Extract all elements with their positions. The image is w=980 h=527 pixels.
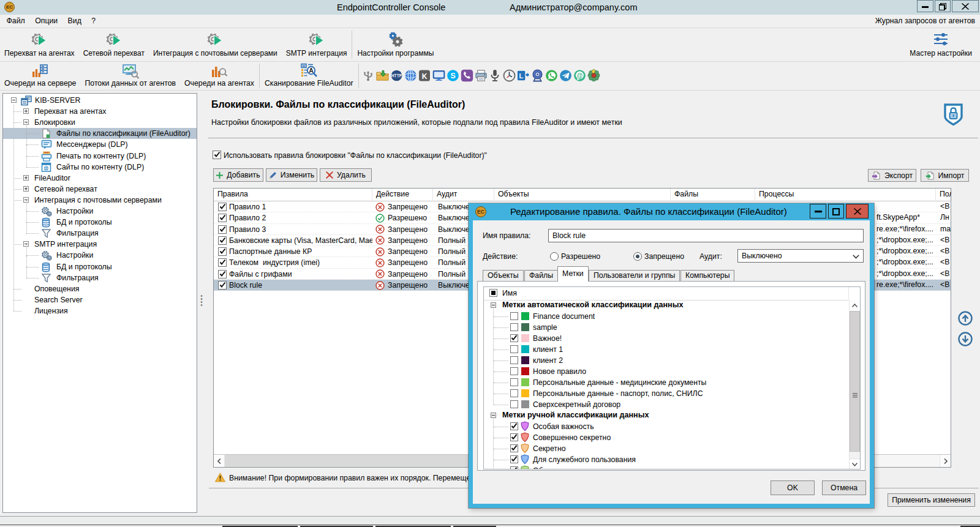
audit-select[interactable]: Выключено [737, 249, 864, 263]
label-item-row[interactable]: Новое правило [484, 366, 849, 377]
label-checkbox[interactable] [510, 466, 518, 469]
tree-item-14[interactable]: Настройки [3, 250, 197, 261]
tab-5[interactable]: Компьютеры [680, 270, 734, 282]
label-item-row[interactable]: Персональные данные - паспорт, полис, СН… [484, 388, 849, 399]
collapse-icon[interactable] [491, 413, 496, 418]
tree-item-9[interactable]: Интеграция с почтовыми серверами [3, 195, 197, 206]
tab-4[interactable]: Пользователи и группы [589, 270, 680, 282]
toolbar-button-server-queue[interactable]: Очереди на сервере [0, 62, 80, 90]
label-item-row[interactable]: Совершенно секретно [484, 432, 849, 443]
column-header-7[interactable]: Пол [936, 189, 952, 200]
column-header-4[interactable]: Объекты [494, 189, 671, 200]
menu-item-help[interactable]: ? [88, 15, 100, 28]
rule-enabled-checkbox[interactable] [218, 270, 227, 278]
rule-name-input[interactable]: Block rule [548, 229, 864, 242]
label-checkbox[interactable] [510, 323, 518, 331]
label-checkbox[interactable] [510, 422, 518, 430]
tree-item-8[interactable]: Сетевой перехват [3, 184, 197, 195]
rule-enabled-checkbox[interactable] [218, 236, 227, 245]
tree-item-19[interactable]: Лицензия [3, 305, 197, 316]
label-item-row[interactable]: Сверхсекретный договор [484, 399, 849, 410]
move-up-button[interactable] [957, 310, 973, 326]
label-checkbox[interactable] [510, 389, 518, 397]
label-checkbox[interactable] [510, 312, 518, 320]
label-checkbox[interactable] [510, 433, 518, 441]
export-button[interactable]: Экспорт [868, 169, 916, 182]
rule-enabled-checkbox[interactable] [218, 203, 227, 211]
label-item-row[interactable]: Персональные данные - медицинские докуме… [484, 377, 849, 388]
column-header-3[interactable]: Аудит [433, 189, 494, 200]
rule-enabled-checkbox[interactable] [218, 214, 227, 222]
tree-item-4[interactable]: Мессенджеры (DLP) [3, 139, 197, 150]
dialog-maximize-button[interactable] [828, 204, 844, 219]
expand-icon[interactable] [23, 108, 29, 114]
tree-item-16[interactable]: Фильтрация [3, 272, 197, 283]
delete-rule-button[interactable]: Удалить [320, 168, 372, 182]
label-item-row[interactable]: sample [484, 322, 849, 333]
rule-enabled-checkbox[interactable] [218, 281, 227, 290]
column-header-1[interactable]: Правила [214, 189, 372, 200]
cancel-button[interactable]: Отмена [822, 480, 866, 495]
tree-item-5[interactable]: Печать по контенту (DLP) [3, 151, 197, 162]
tree-item-3[interactable]: Файлы по классификации (FileAuditor) [3, 128, 197, 139]
dialog-minimize-button[interactable] [810, 204, 826, 219]
label-checkbox[interactable] [510, 378, 518, 386]
label-group-row[interactable]: Метки ручной классификации данных [484, 410, 849, 421]
label-checkbox[interactable] [510, 345, 518, 353]
edit-rule-button[interactable]: Изменить [266, 168, 317, 182]
move-down-button[interactable] [957, 331, 973, 347]
label-item-row[interactable]: клиент 2 [484, 355, 849, 366]
toolbar-button-1[interactable]: Перехват на агентах [0, 28, 79, 61]
labels-list-header[interactable]: Имя [484, 287, 860, 301]
label-item-row[interactable]: клиент 1 [484, 344, 849, 355]
toolbar-button-2[interactable]: Сетевой перехват [79, 28, 149, 61]
label-checkbox[interactable] [510, 400, 518, 408]
toolbar-button-4[interactable]: SMTP интеграция [282, 28, 352, 61]
tree-item-0[interactable]: KIB-SERVER [3, 95, 197, 106]
toolbar-button-agent-queue[interactable]: Очереди на агентах [180, 62, 258, 90]
action-allow-label[interactable]: Разрешено [561, 252, 600, 261]
tree-item-12[interactable]: Фильтрация [3, 228, 197, 239]
ok-button[interactable]: OK [771, 480, 815, 495]
action-deny-label[interactable]: Запрещено [644, 252, 684, 261]
tree-item-6[interactable]: Сайты по контенту (DLP) [3, 162, 197, 173]
settings-wizard-button[interactable]: Мастер настройки [905, 28, 976, 61]
labels-scroll-down-button[interactable] [850, 458, 860, 469]
collapse-icon[interactable] [491, 302, 496, 308]
rule-enabled-checkbox[interactable] [218, 225, 227, 234]
scroll-right-button[interactable] [940, 455, 951, 467]
label-checkbox[interactable] [510, 334, 518, 342]
label-item-row[interactable]: Особая важность [484, 421, 849, 432]
rule-enabled-checkbox[interactable] [218, 258, 227, 267]
label-checkbox[interactable] [510, 444, 518, 452]
label-item-row[interactable]: Об [484, 465, 849, 469]
label-item-row[interactable]: Секретно [484, 443, 849, 454]
collapse-icon[interactable] [11, 97, 17, 103]
add-rule-button[interactable]: Добавить [213, 168, 263, 182]
tree-item-18[interactable]: Search Server [3, 294, 197, 305]
labels-vertical-scrollbar[interactable] [849, 300, 860, 469]
expand-icon[interactable] [23, 186, 29, 192]
labels-scroll-up-button[interactable] [850, 300, 860, 312]
use-rules-checkbox[interactable] [213, 151, 221, 159]
maximize-button[interactable] [935, 0, 951, 12]
toolbar-button-3[interactable]: Интеграция с почтовыми серверами [149, 28, 282, 61]
tree-item-7[interactable]: FileAuditor [3, 173, 197, 184]
tree-item-17[interactable]: Оповещения [3, 283, 197, 294]
scroll-left-button[interactable] [214, 455, 225, 467]
select-all-checkbox[interactable] [489, 289, 497, 297]
toolbar-button-5[interactable]: Настройки программы [353, 28, 438, 61]
label-checkbox[interactable] [510, 356, 518, 364]
tree-item-2[interactable]: Блокировки [3, 117, 197, 128]
labels-scrollbar-thumb[interactable] [850, 311, 860, 452]
label-item-row[interactable]: Finance document [484, 311, 849, 322]
column-header-5[interactable]: Файлы [671, 189, 755, 200]
tree-item-15[interactable]: БД и протоколы [3, 261, 197, 272]
label-checkbox[interactable] [510, 367, 518, 375]
splitter-handle[interactable]: •••• [200, 294, 203, 307]
toolbar-button-agent-flows[interactable]: Потоки данных от агентов [80, 62, 180, 90]
rule-enabled-checkbox[interactable] [218, 247, 227, 256]
minimize-button[interactable] [917, 0, 933, 12]
action-allow-radio[interactable] [550, 252, 559, 261]
toolbar-button-fileauditor-scan[interactable]: A Сканирование FileAuditor [260, 62, 358, 90]
